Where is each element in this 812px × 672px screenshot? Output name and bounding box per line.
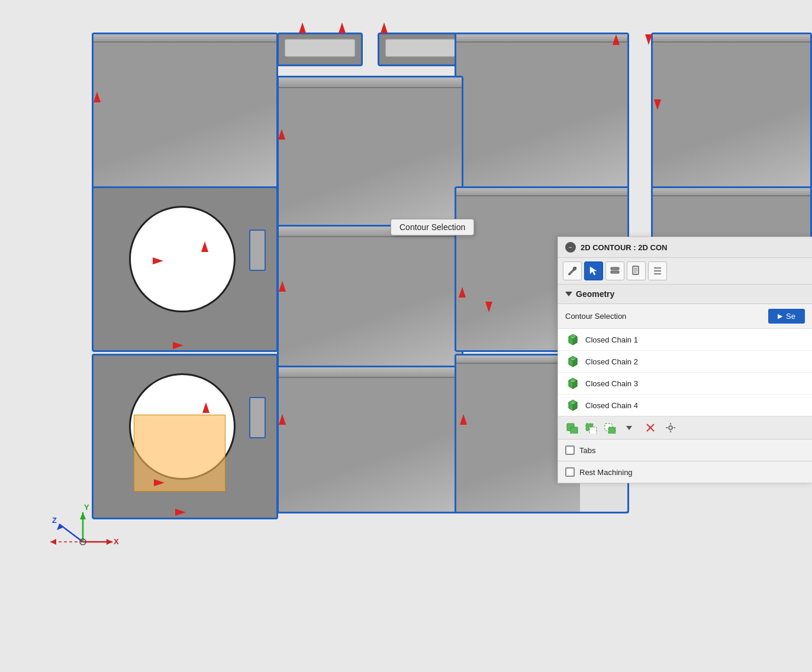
panel-toolbar [558,258,812,285]
svg-marker-4 [107,539,112,545]
right-panel: − 2D CONTOUR : 2D CON [558,237,812,483]
chain-list: Closed Chain 1 Closed Chain 2 [558,329,812,416]
select-button-label: Se [786,312,795,321]
toolbar-document-btn[interactable] [627,261,646,280]
svg-text:Z: Z [52,516,57,525]
toolbar-wrench-btn[interactable] [563,261,582,280]
arrow-17 [202,402,210,413]
toolbar-layers-btn[interactable] [605,261,624,280]
svg-rect-15 [611,267,619,270]
edit-chain-btn[interactable] [583,419,600,436]
arrow-14 [485,302,492,312]
select-button[interactable]: ▶ Se [768,309,805,324]
arrow-4 [613,34,620,45]
chain-item-3[interactable]: Closed Chain 3 [558,373,812,395]
geometry-label: Geometry [576,289,614,299]
svg-marker-14 [590,267,597,275]
arrow-12 [279,281,286,292]
chain-dropdown-btn[interactable] [621,419,637,436]
cad-part-circle-2 [92,354,278,519]
tabs-checkbox[interactable] [565,445,575,455]
arrow-3 [381,22,388,33]
toolbar-list-btn[interactable] [648,261,667,280]
arrow-16 [175,509,186,516]
contour-selection-row: Contour Selection ▶ Se [558,304,812,329]
arrow-15 [154,479,165,486]
chain-label-3: Closed Chain 3 [585,379,638,388]
arrow-13 [459,287,466,298]
panel-minimize-icon[interactable]: − [565,242,576,253]
cad-part-3 [651,33,812,189]
geometry-collapse-icon[interactable] [565,292,572,296]
arrow-11 [173,342,183,349]
cad-part-1 [92,33,278,189]
arrow-8 [278,129,285,140]
svg-marker-7 [80,512,86,519]
arrow-18 [279,414,286,425]
swap-chain-btn[interactable] [602,419,618,436]
cad-viewport: Z X Y Contour Selection − 2D CONTOUR : 2… [0,0,812,672]
rest-machining-label: Rest Machining [579,468,633,477]
chain-item-2[interactable]: Closed Chain 2 [558,351,812,373]
svg-rect-41 [571,427,578,434]
chain-label-2: Closed Chain 2 [585,357,638,366]
chain-icon-2 [566,355,579,368]
svg-point-49 [669,426,672,429]
cad-part-2 [455,33,629,189]
stock-block [134,415,225,492]
arrow-19 [460,414,467,425]
arrow-9 [201,241,208,252]
chain-icon-1 [566,333,579,346]
chain-label-1: Closed Chain 1 [585,335,638,344]
coordinate-axes: Z X Y [47,495,118,566]
rest-machining-checkbox[interactable] [565,467,575,477]
add-chain-btn[interactable] [564,419,581,436]
select-arrow-icon: ▶ [778,312,782,320]
toolbar-cursor-btn[interactable] [584,261,603,280]
svg-rect-43 [589,427,597,434]
arrow-7 [654,99,661,110]
tabs-label: Tabs [579,446,595,455]
chain-label-4: Closed Chain 4 [585,401,638,410]
tabs-section: Tabs [558,440,812,461]
tooltip-text: Contour Selection [399,222,465,232]
contour-selection-label: Contour Selection [565,312,768,321]
arrow-10 [153,257,163,264]
chain-toolbar [558,416,812,440]
svg-rect-45 [608,427,616,434]
arrow-5 [645,34,652,45]
chain-icon-3 [566,377,579,390]
cad-part-bot-center [277,366,463,513]
more-chain-btn[interactable] [662,419,679,436]
delete-chain-btn[interactable] [642,419,659,436]
chain-item-1[interactable]: Closed Chain 1 [558,329,812,351]
svg-rect-16 [611,271,619,273]
svg-marker-12 [50,539,56,545]
geometry-section-header: Geometry [558,285,812,304]
cad-part-small-1 [277,33,363,66]
chain-icon-4 [566,399,579,412]
svg-line-0 [59,524,83,542]
svg-marker-1 [57,524,63,530]
rest-machining-section: Rest Machining [558,461,812,483]
panel-title: 2D CONTOUR : 2D CON [581,243,667,252]
panel-header: − 2D CONTOUR : 2D CON [558,237,812,258]
arrow-1 [299,22,306,33]
arrow-6 [94,92,101,102]
cad-part-mid-center [277,225,463,370]
arrow-2 [339,22,346,33]
cad-part-circle-1 [92,186,278,352]
svg-text:Y: Y [84,503,89,512]
chain-item-4[interactable]: Closed Chain 4 [558,395,812,416]
svg-marker-46 [626,426,632,430]
cad-part-small-2 [378,33,463,66]
cad-part-center [277,76,463,230]
contour-tooltip: Contour Selection [391,219,474,235]
svg-text:X: X [114,537,118,546]
